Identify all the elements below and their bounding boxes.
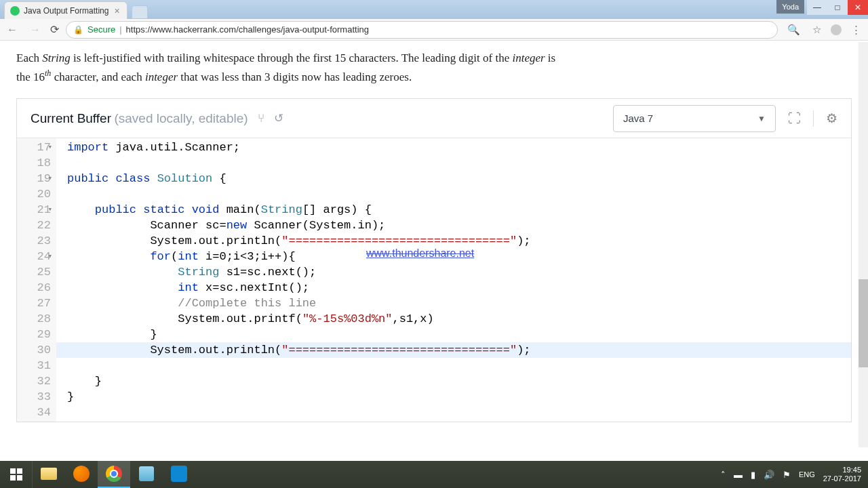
browser-tab[interactable]: Java Output Formatting ×: [4, 1, 127, 19]
language-select[interactable]: Java 7 ▼: [613, 105, 776, 132]
code-line: System.out.println("====================…: [67, 233, 846, 249]
code-line: public static void main(String[] args) {: [67, 202, 846, 218]
buffer-title: Current Buffer: [31, 111, 111, 125]
start-button[interactable]: [0, 461, 33, 488]
minimize-button[interactable]: —: [807, 0, 827, 15]
chrome-taskbar-icon[interactable]: [98, 461, 130, 488]
code-line: }: [67, 327, 846, 342]
system-tray: ˄ ▬ ▮ 🔊 ⚑ ENG 19:45 27-07-2017: [714, 466, 868, 483]
url-separator: |: [119, 24, 121, 35]
reload-button[interactable]: ⟳: [50, 23, 59, 36]
window-titlebar: Java Output Formatting × Yoda — □ ✕: [0, 0, 868, 19]
code-editor[interactable]: 17▾1819▾2021▾222324▾25262728293031323334…: [17, 138, 851, 422]
code-line: int x=sc.nextInt();: [67, 280, 846, 296]
scrollbar-thumb[interactable]: [859, 279, 868, 367]
volume-icon[interactable]: 🔊: [764, 470, 774, 480]
taskbar-clock[interactable]: 19:45 27-07-2017: [823, 466, 861, 483]
user-badge[interactable]: Yoda: [776, 0, 804, 14]
browser-toolbar: ← → ⟳ 🔒 Secure | https://www.hackerrank.…: [0, 19, 868, 41]
notepad-taskbar-icon[interactable]: [130, 461, 163, 488]
buffer-subtitle: (saved locally, editable): [114, 111, 248, 125]
code-line: System.out.printf("%-15s%03d%n",s1,x): [67, 311, 846, 327]
code-line: import java.util.Scanner;: [67, 140, 846, 155]
page-content: Each String is left-justified with trail…: [0, 41, 868, 422]
selected-language: Java 7: [623, 113, 653, 124]
editor-header-right: Java 7 ▼ ⛶ ⚙: [613, 105, 837, 132]
window-controls: Yoda — □ ✕: [776, 0, 868, 15]
line-gutter: 17▾1819▾2021▾222324▾25262728293031323334: [17, 138, 56, 422]
forward-button[interactable]: →: [27, 24, 43, 36]
tab-close-icon[interactable]: ×: [113, 5, 121, 16]
tray-chevron-icon[interactable]: ˄: [721, 470, 726, 480]
network-icon[interactable]: ▮: [751, 470, 755, 480]
history-icon[interactable]: ↺: [274, 111, 283, 125]
code-line: [67, 186, 846, 202]
zoom-icon[interactable]: 🔍: [785, 24, 803, 36]
url-text: https://www.hackerrank.com/challenges/ja…: [126, 24, 369, 35]
battery-icon[interactable]: ▬: [734, 470, 743, 480]
firefox-taskbar-icon[interactable]: [65, 461, 98, 488]
code-line: Scanner sc=new Scanner(System.in);: [67, 218, 846, 233]
address-bar[interactable]: 🔒 Secure | https://www.hackerrank.com/ch…: [66, 21, 778, 39]
separator: [813, 110, 814, 127]
watermark-text: www.thundershare.net: [366, 247, 474, 260]
windows-taskbar: ˄ ▬ ▮ 🔊 ⚑ ENG 19:45 27-07-2017: [0, 461, 868, 488]
problem-description: Each String is left-justified with trail…: [0, 46, 583, 98]
clock-date: 27-07-2017: [823, 474, 861, 483]
gear-icon[interactable]: ⚙: [826, 110, 837, 126]
tab-title: Java Output Formatting: [24, 6, 108, 16]
code-line: [67, 405, 846, 420]
code-line: String s1=sc.next();: [67, 264, 846, 280]
menu-icon[interactable]: ⋮: [848, 24, 864, 36]
branch-icon[interactable]: ⑂: [258, 112, 264, 125]
code-editor-panel: Current Buffer (saved locally, editable)…: [16, 98, 852, 422]
tab-strip: Java Output Formatting ×: [0, 0, 148, 19]
secure-label: Secure: [87, 24, 115, 35]
maximize-button[interactable]: □: [827, 0, 848, 15]
code-line: [67, 155, 846, 171]
code-line: //Complete this line: [67, 296, 846, 311]
code-line: }: [67, 373, 846, 389]
code-line: }: [67, 389, 846, 405]
editor-header: Current Buffer (saved locally, editable)…: [17, 99, 851, 138]
editor-header-left: Current Buffer (saved locally, editable)…: [31, 111, 283, 126]
bookmark-star-icon[interactable]: ☆: [810, 24, 824, 36]
recorder-taskbar-icon[interactable]: [163, 461, 195, 488]
flag-icon[interactable]: ⚑: [783, 470, 791, 480]
code-line: public class Solution {: [67, 171, 846, 186]
code-line-active: System.out.println("====================…: [56, 342, 851, 358]
file-explorer-taskbar-icon[interactable]: [33, 461, 65, 488]
hackerrank-favicon: [10, 6, 20, 16]
windows-logo-icon: [10, 468, 22, 481]
new-tab-button[interactable]: [132, 5, 148, 19]
clock-time: 19:45: [823, 466, 861, 474]
code-line: [67, 358, 846, 373]
back-button[interactable]: ←: [4, 24, 20, 36]
chevron-down-icon: ▼: [757, 114, 766, 123]
vertical-scrollbar[interactable]: [859, 42, 868, 447]
lock-icon: 🔒: [73, 25, 83, 35]
profile-button[interactable]: [831, 24, 842, 35]
keyboard-language[interactable]: ENG: [799, 470, 815, 479]
code-lines[interactable]: import java.util.Scanner; public class S…: [56, 138, 851, 422]
close-window-button[interactable]: ✕: [848, 0, 868, 15]
fullscreen-icon[interactable]: ⛶: [788, 111, 801, 126]
